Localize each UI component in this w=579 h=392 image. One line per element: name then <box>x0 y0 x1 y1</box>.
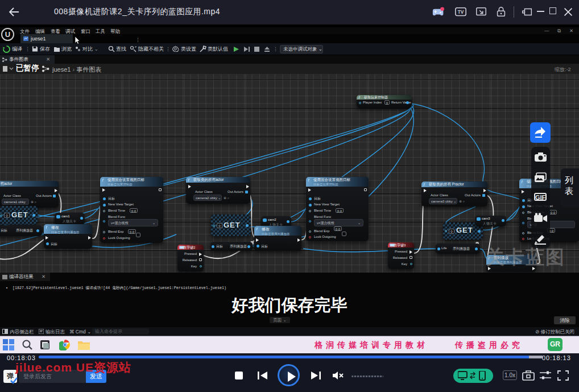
svg-text:TV: TV <box>458 10 464 15</box>
